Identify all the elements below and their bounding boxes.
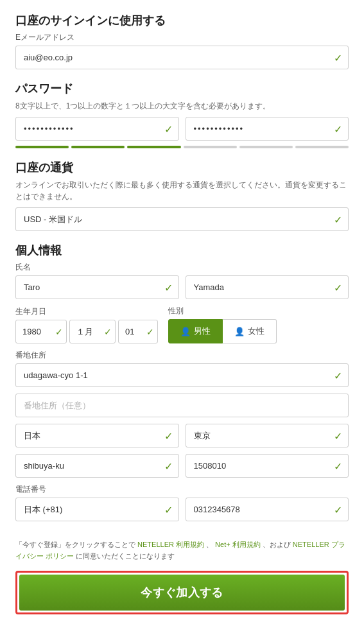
account-section-title: 口座のサインインに使用する: [15, 13, 349, 28]
address1-input[interactable]: [15, 363, 349, 387]
dob-gender-row: 生年月日 ✓ ✓ ✓ 性別 👤: [15, 306, 349, 343]
terms-prefix: 「今すぐ登録」をクリックすることで: [15, 541, 135, 548]
country-check-icon: ✓: [164, 429, 173, 442]
gender-female-button[interactable]: 👤 女性: [223, 319, 277, 343]
postal-input[interactable]: [186, 454, 349, 478]
password2-check-icon: ✓: [334, 123, 342, 135]
currency-section: 口座の通貨 オンラインでお取引いただく際に最も多く使用する通貨を選択してください…: [15, 160, 349, 231]
country-city-row: ✓ ✓: [15, 424, 349, 454]
phone-country-check-icon: ✓: [164, 503, 173, 516]
lastname-check-icon: ✓: [334, 281, 342, 293]
postal-check-icon: ✓: [334, 460, 342, 472]
email-input[interactable]: [15, 46, 349, 69]
address1-wrapper: ✓: [15, 363, 349, 387]
firstname-wrapper: ✓: [15, 275, 179, 299]
strength-bar-1: [15, 146, 69, 148]
currency-section-title: 口座の通貨: [15, 160, 349, 175]
city-check-icon: ✓: [334, 429, 342, 442]
name-row: ✓ ✓: [15, 275, 349, 306]
phone-number-wrapper: ✓: [186, 498, 349, 521]
dob-month-wrapper: ✓: [69, 320, 116, 343]
gender-buttons: 👤 男性 👤 女性: [168, 319, 277, 343]
lastname-input[interactable]: [186, 275, 349, 299]
dob-label: 生年月日: [15, 306, 158, 317]
gender-male-label: 男性: [194, 325, 211, 337]
dob-fields-row: ✓ ✓ ✓: [15, 320, 158, 343]
currency-input[interactable]: [15, 207, 349, 231]
city-input[interactable]: [186, 424, 349, 447]
password-section: パスワード 8文字以上で、1つ以上の数字と１つ以上の大文字を含む必要があります。…: [15, 81, 349, 148]
address-label: 番地住所: [15, 350, 349, 361]
password2-input[interactable]: [186, 117, 349, 141]
name-label: 氏名: [15, 262, 349, 273]
city-wrapper: ✓: [186, 424, 349, 447]
personal-section: 個人情報 氏名 ✓ ✓ 生年月日 ✓ ✓: [15, 243, 349, 528]
ward-input[interactable]: [15, 454, 179, 478]
phone-row: ✓ ✓: [15, 498, 349, 528]
password-subtitle: 8文字以上で、1つ以上の数字と１つ以上の大文字を含む必要があります。: [15, 100, 349, 112]
firstname-input[interactable]: [15, 275, 179, 299]
terms-suffix: に同意いただくことになります: [76, 552, 175, 560]
currency-check-icon: ✓: [334, 213, 342, 225]
country-wrapper: ✓: [15, 424, 179, 447]
dob-day-wrapper: ✓: [118, 320, 158, 343]
strength-bar-2: [71, 146, 125, 148]
phone-number-check-icon: ✓: [334, 503, 342, 516]
terms-mid1: 、: [206, 541, 213, 548]
currency-input-wrapper: ✓: [15, 207, 349, 231]
ward-postal-row: ✓ ✓: [15, 454, 349, 484]
gender-female-label: 女性: [248, 325, 264, 337]
strength-bar-3: [127, 146, 180, 148]
email-label: Eメールアドレス: [15, 32, 349, 43]
ward-check-icon: ✓: [164, 460, 173, 472]
country-input[interactable]: [15, 424, 179, 447]
dob-year-wrapper: ✓: [15, 320, 67, 343]
phone-number-input[interactable]: [186, 498, 349, 521]
male-person-icon: 👤: [180, 327, 191, 336]
postal-wrapper: ✓: [186, 454, 349, 478]
gender-male-button[interactable]: 👤 男性: [168, 319, 223, 343]
dob-month-check-icon: ✓: [104, 327, 112, 337]
address1-check-icon: ✓: [334, 369, 342, 381]
lastname-wrapper: ✓: [186, 275, 349, 299]
password1-check-icon: ✓: [164, 123, 173, 135]
firstname-check-icon: ✓: [164, 281, 173, 293]
terms-link1[interactable]: NETELLER 利用規約: [137, 541, 204, 548]
address2-input[interactable]: [15, 394, 349, 417]
female-person-icon: 👤: [234, 327, 245, 336]
gender-section: 性別 👤 男性 👤 女性: [168, 306, 277, 343]
dob-year-check-icon: ✓: [55, 327, 63, 337]
password2-wrapper: ✓: [186, 117, 349, 141]
strength-bar-5: [239, 146, 293, 148]
email-check-icon: ✓: [334, 51, 342, 64]
password-row: ✓ ✓: [15, 117, 349, 143]
submit-button[interactable]: 今すぐ加入する: [19, 575, 345, 611]
address2-wrapper: [15, 394, 349, 417]
personal-section-title: 個人情報: [15, 243, 349, 258]
currency-subtitle: オンラインでお取引いただく際に最も多く使用する通貨を選択してください。通貨を変更…: [15, 179, 349, 202]
strength-bar-6: [295, 146, 349, 148]
password-section-title: パスワード: [15, 81, 349, 96]
phone-country-input[interactable]: [15, 498, 179, 521]
account-section: 口座のサインインに使用する Eメールアドレス ✓: [15, 13, 349, 69]
dob-day-check-icon: ✓: [146, 327, 154, 337]
phone-label: 電話番号: [15, 484, 349, 495]
terms-link2[interactable]: Net+ 利用規約: [215, 541, 261, 548]
submit-button-wrapper: 今すぐ加入する: [15, 571, 349, 614]
password1-input[interactable]: [15, 117, 179, 141]
strength-bar-4: [184, 146, 237, 148]
dob-part: 生年月日 ✓ ✓ ✓: [15, 306, 158, 343]
ward-wrapper: ✓: [15, 454, 179, 478]
phone-country-wrapper: ✓: [15, 498, 179, 521]
gender-label: 性別: [168, 306, 277, 317]
terms-mid2: 、および: [263, 541, 291, 548]
password-strength-bars: [15, 146, 349, 148]
email-input-wrapper: ✓: [15, 46, 349, 69]
terms-text: 「今すぐ登録」をクリックすることで NETELLER 利用規約 、 Net+ 利…: [15, 539, 349, 562]
password1-wrapper: ✓: [15, 117, 179, 141]
